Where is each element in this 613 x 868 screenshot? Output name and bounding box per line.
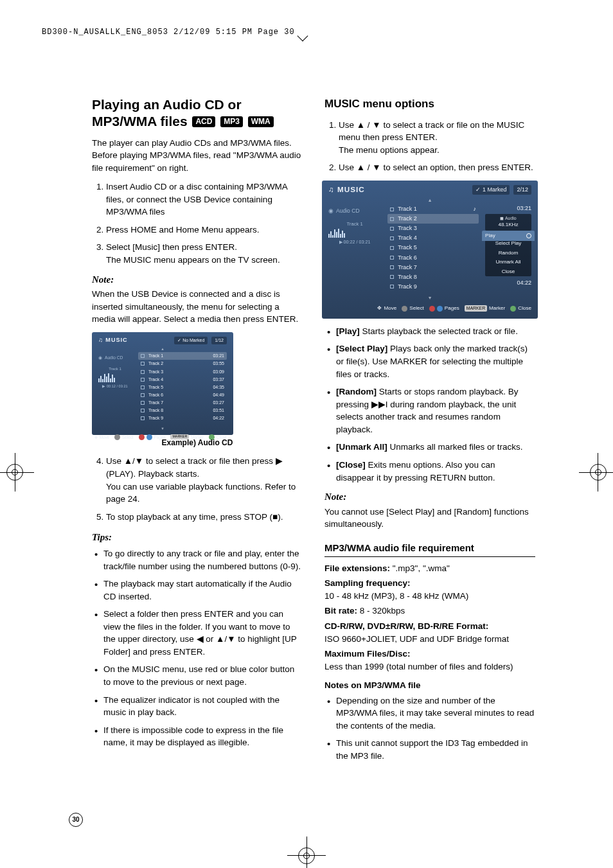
track-row: Track 803:51	[138, 407, 227, 414]
options-panel: 03:21 ◼ Audio 48.1KHz Play Select Play R…	[485, 204, 531, 291]
req-disc-format: CD-R/RW, DVD±R/RW, BD-R/RE Format: ISO 9…	[324, 620, 535, 645]
track-row: Track 103:21	[138, 352, 227, 360]
step-4: Use ▲/▼ to select a track or file then p…	[106, 455, 303, 505]
music-ui-title: ♫ MUSIC	[328, 184, 365, 195]
option-close: Close	[485, 267, 531, 277]
page-indicator: 1/12	[211, 337, 227, 344]
audio-freq: 48.1KHz	[488, 222, 528, 229]
req-bit-rate: Bit rate: 8 - 320kbps	[324, 605, 535, 617]
equalizer-icon	[328, 229, 381, 238]
steps-list-1: Insert Audio CD or a disc containing MP3…	[92, 181, 303, 266]
step-3: Select [Music] then press ENTER. The MUS…	[106, 241, 303, 266]
music-ui-title: ♫ MUSIC	[98, 336, 128, 344]
step-1: Insert Audio CD or a disc containing MP3…	[106, 181, 303, 218]
tip-item: The equalizer indicator is not coupled w…	[103, 694, 303, 719]
note-item: Depending on the size and number of the …	[336, 695, 535, 732]
options-menu-box: Play Select Play Random Unmark All Close	[485, 231, 531, 277]
track-row: Track 904:22	[138, 414, 227, 422]
badge-wma: WMA	[248, 116, 274, 127]
crop-cross-right-h	[579, 472, 613, 473]
tip-item: Select a folder then press ENTER and you…	[103, 608, 303, 658]
intro-para: The player can play Audio CDs and MP3/WM…	[92, 137, 303, 175]
extra-time: 04:22	[485, 279, 531, 287]
track-row: Track 303:09	[138, 368, 227, 376]
step-5: To stop playback at any time, press STOP…	[106, 511, 303, 524]
nowplaying-label: Track 1	[98, 366, 132, 372]
track-row: Track 703:27	[138, 399, 227, 407]
figure-audio-cd: ♫ MUSIC ✓ No Marked 1/12 ▲ ◉ Audio CD Tr…	[92, 332, 303, 448]
equalizer-icon	[98, 373, 132, 382]
tip-item: The playback may start automatically if …	[103, 578, 303, 603]
source-label: ◉ Audio CD	[328, 207, 381, 215]
track-row: Track 1♪	[387, 204, 479, 214]
option-unmark-all: Unmark All	[485, 258, 531, 267]
scroll-down-icon: ▼	[322, 294, 538, 302]
option-random: Random	[485, 249, 531, 258]
req-sampling: Sampling frequency: 10 - 48 kHz (MP3), 8…	[324, 577, 535, 602]
option-desc: [Unmark All] Unmarks all marked files or…	[336, 441, 535, 454]
track-row: Track 604:49	[138, 391, 227, 399]
current-time: 03:21	[485, 204, 531, 213]
music-menu-options-heading: MUSIC menu options	[324, 96, 535, 112]
note-para-1: When the USB Device is connected and a d…	[92, 288, 303, 326]
steps-list-2: Use ▲/▼ to select a track or file then p…	[92, 455, 303, 523]
step-2: Press HOME and Home Menu appears.	[106, 224, 303, 236]
crop-cross-left-v	[15, 453, 15, 492]
scroll-up-icon: ▲	[92, 346, 233, 352]
note-para-2: You cannot use [Select Play] and [Random…	[324, 506, 535, 531]
options-steps: Use ▲ / ▼ to select a track or file on t…	[324, 119, 535, 174]
tips-heading: Tips:	[92, 531, 303, 545]
track-row: Track 7	[387, 263, 479, 272]
right-column: MUSIC menu options Use ▲ / ▼ to select a…	[324, 96, 535, 769]
header-fold-mark	[298, 31, 308, 42]
crop-cross-right-v	[598, 453, 598, 492]
music-ui-footer: ✥Move Select Pages MARKERMarker Close	[322, 302, 538, 316]
track-row: Track 8	[387, 272, 479, 282]
notes-mp3wma-heading: Notes on MP3/WMA file	[324, 680, 421, 690]
note-heading-2: Note:	[324, 490, 535, 504]
page-indicator: 2/12	[513, 185, 531, 195]
marked-indicator: ✓ 1 Marked	[472, 185, 510, 195]
option-desc: [Play] Starts playback the selected trac…	[336, 325, 535, 338]
note-heading-1: Note:	[92, 273, 303, 287]
track-row: Track 3	[387, 224, 479, 233]
track-row: Track 5	[387, 243, 479, 252]
music-menu-small: ♫ MUSIC ✓ No Marked 1/12 ▲ ◉ Audio CD Tr…	[92, 332, 233, 435]
track-now-icon: ♪	[474, 205, 477, 213]
figure-menu-options: ♫ MUSIC ✓ 1 Marked 2/12 ▲ ◉ Audio CD Tra…	[322, 181, 535, 319]
track-row: Track 2	[387, 214, 479, 224]
track-row: Track 504:35	[138, 384, 227, 391]
options-desc-list: [Play] Starts playback the selected trac…	[324, 325, 535, 484]
page-number: 30	[69, 813, 83, 827]
nowplaying-label: Track 1	[328, 220, 381, 227]
track-list-large: Track 1♪ Track 2 Track 3 Track 4 Track 5…	[387, 204, 479, 291]
progress-label: ▶ 00:22 / 03:21	[328, 239, 381, 245]
tips-list: To go directly to any track or file and …	[92, 547, 303, 749]
req-max-files: Maximum Files/Disc: Less than 1999 (tota…	[324, 648, 535, 673]
req-file-ext: File extensions: ".mp3", ".wma"	[324, 562, 535, 575]
tip-item: If there is impossible code to express i…	[103, 724, 303, 749]
marked-indicator: ✓ No Marked	[174, 337, 208, 344]
scroll-down-icon: ▼	[92, 425, 233, 432]
audio-info-box: ◼ Audio 48.1KHz	[485, 214, 531, 230]
option-desc: [Random] Starts or stops random playback…	[336, 385, 535, 436]
source-label: ◉ Audio CD	[98, 355, 132, 361]
opt-step-2: Use ▲ / ▼ to select an option, then pres…	[339, 161, 535, 174]
track-row: Track 4	[387, 233, 479, 243]
main-heading-text: Playing an Audio CD or MP3/WMA files	[92, 97, 242, 128]
notes-mp3wma-list: Depending on the size and number of the …	[324, 695, 535, 763]
crop-cross-left-h	[0, 472, 34, 473]
crop-cross-bottom-v	[306, 837, 307, 868]
page-content: Playing an Audio CD or MP3/WMA files ACD…	[92, 96, 535, 769]
track-list-small: Track 103:21 Track 203:55 Track 303:09 T…	[138, 352, 227, 422]
left-column: Playing an Audio CD or MP3/WMA files ACD…	[92, 96, 303, 769]
tip-item: On the MUSIC menu, use red or blue color…	[103, 663, 303, 688]
track-row: Track 9	[387, 282, 479, 292]
tip-item: To go directly to any track or file and …	[103, 547, 303, 572]
requirement-heading: MP3/WMA audio file requirement	[324, 541, 535, 557]
track-row: Track 403:37	[138, 376, 227, 384]
option-desc: [Close] Exits menu options. Also you can…	[336, 459, 535, 484]
progress-label: ▶ 00:12 / 03:21	[98, 384, 132, 389]
audio-label: ◼ Audio	[488, 216, 528, 222]
select-indicator-icon	[526, 233, 531, 238]
